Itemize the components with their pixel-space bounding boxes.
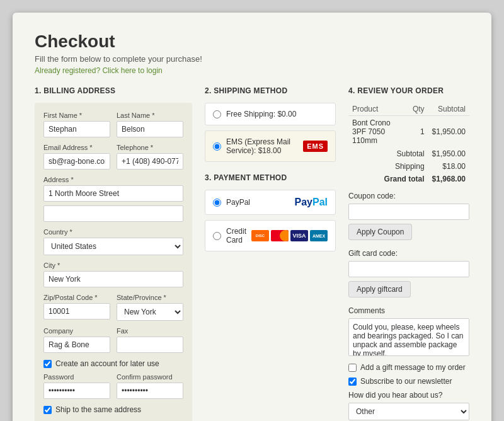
giftcard-input[interactable] [348, 261, 469, 277]
address2-input[interactable] [43, 205, 183, 222]
product-name: Bont Crono 3PF 7050 110mm [348, 116, 409, 148]
card-icons: DISC VISA AMEX [251, 230, 328, 241]
shipping-label: Shipping [348, 160, 428, 173]
confirm-password-group: Confirm password [117, 373, 183, 399]
free-shipping-option: Free Shipping: $0.00 [205, 103, 336, 125]
telephone-label: Telephone * [117, 144, 183, 151]
confirm-password-input[interactable] [117, 383, 183, 399]
product-subtotal: $1,950.00 [428, 116, 469, 148]
coupon-input[interactable] [348, 204, 469, 220]
billing-section: 1. BILLING ADDRESS First Name * Last Nam… [35, 86, 192, 421]
paypal-logo: PayPal [295, 197, 328, 208]
zip-input[interactable] [43, 303, 110, 320]
subtotal-value: $1,950.00 [428, 147, 469, 160]
ship-same-checkbox[interactable] [43, 406, 52, 414]
zip-group: Zip/Postal Code * [43, 294, 110, 321]
create-account-label: Create an account for later use [55, 359, 159, 368]
comments-textarea[interactable]: Could you, please, keep wheels and beari… [348, 318, 469, 356]
billing-box: First Name * Last Name * Email Address * [35, 103, 192, 421]
create-account-row: Create an account for later use [43, 359, 183, 368]
free-shipping-label: Free Shipping: $0.00 [226, 110, 328, 118]
password-input[interactable] [43, 383, 110, 399]
payment-section-title: 3. PAYMENT METHOD [205, 173, 336, 182]
grand-total-label: Grand total [348, 173, 428, 185]
checkout-columns: 1. BILLING ADDRESS First Name * Last Nam… [35, 86, 469, 421]
paypal-option: PayPal PayPal [205, 190, 336, 215]
paypal-radio[interactable] [213, 199, 221, 207]
telephone-input[interactable] [117, 153, 183, 170]
paypal-label: PayPal [226, 198, 290, 207]
email-group: Email Address * [43, 144, 110, 170]
how-heard-select[interactable]: Other Search Engine Friend Advertisement [348, 403, 469, 420]
col-subtotal: Subtotal [428, 103, 469, 116]
country-select[interactable]: United States [43, 238, 183, 255]
order-table: Product Qty Subtotal Bont Crono 3PF 7050… [348, 103, 469, 185]
ems-logo: EMS [303, 141, 328, 152]
create-account-checkbox[interactable] [43, 360, 52, 368]
login-link[interactable]: Already registered? Click here to login [35, 66, 469, 75]
last-name-input[interactable] [117, 121, 183, 137]
comments-label: Comments [348, 306, 469, 315]
shipping-payment-section: 2. SHIPPING METHOD Free Shipping: $0.00 … [205, 86, 336, 257]
password-group: Password [43, 373, 110, 399]
city-input[interactable] [43, 271, 183, 287]
ems-shipping-radio[interactable] [213, 142, 221, 151]
review-section-title: 4. REVIEW YOUR ORDER [348, 86, 469, 95]
gift-message-label: Add a gift message to my order [360, 363, 466, 372]
company-group: Company [43, 327, 110, 353]
page-subtitle: Fill the form below to complete your pur… [35, 54, 469, 64]
coupon-label: Coupon code: [348, 192, 469, 200]
contact-row: Email Address * Telephone * [43, 144, 183, 170]
last-name-group: Last Name * [117, 112, 183, 137]
apply-coupon-button[interactable]: Apply Coupon [348, 224, 412, 240]
col-product: Product [348, 103, 409, 116]
email-input[interactable] [43, 153, 110, 170]
ship-same-row: Ship to the same address [43, 405, 183, 414]
product-qty: 1 [409, 116, 428, 148]
gift-message-checkbox[interactable] [348, 364, 357, 372]
ems-shipping-label: EMS (Express Mail Service): $18.00 [226, 137, 298, 155]
credit-card-radio[interactable] [213, 232, 221, 240]
password-label: Password [43, 373, 110, 381]
table-row: Bont Crono 3PF 7050 110mm 1 $1,950.00 [348, 116, 469, 148]
discover-icon: DISC [251, 230, 269, 241]
mastercard-icon [271, 230, 289, 241]
free-shipping-radio[interactable] [213, 110, 221, 118]
apply-giftcard-button[interactable]: Apply giftcard [348, 281, 411, 297]
state-select[interactable]: New York [117, 303, 183, 321]
col-qty: Qty [409, 103, 428, 116]
page-title: Checkout [35, 32, 469, 52]
amex-icon: AMEX [310, 230, 328, 241]
visa-icon: VISA [290, 230, 308, 241]
how-heard-label: How did you hear about us? [348, 391, 469, 400]
country-label: Country * [43, 228, 183, 236]
newsletter-row: Subscribe to our newsletter [348, 377, 469, 386]
city-label: City * [43, 262, 183, 269]
company-input[interactable] [43, 337, 110, 353]
company-fax-row: Company Fax [43, 327, 183, 353]
credit-card-label: Credit Card [226, 227, 246, 245]
name-row: First Name * Last Name * [43, 112, 183, 137]
password-row: Password Confirm password [43, 373, 183, 399]
zip-label: Zip/Postal Code * [43, 294, 110, 301]
newsletter-label: Subscribe to our newsletter [360, 377, 452, 386]
newsletter-checkbox[interactable] [348, 378, 357, 386]
first-name-input[interactable] [43, 121, 110, 137]
confirm-password-label: Confirm password [117, 373, 183, 381]
billing-section-title: 1. BILLING ADDRESS [35, 86, 192, 95]
address-input[interactable] [43, 185, 183, 202]
fax-input[interactable] [117, 337, 183, 353]
city-group: City * [43, 262, 183, 287]
address-group: Address * [43, 176, 183, 202]
review-section: 4. REVIEW YOUR ORDER Product Qty Subtota… [348, 86, 469, 421]
payment-section: 3. PAYMENT METHOD PayPal PayPal Credit C… [205, 173, 336, 251]
ship-same-label: Ship to the same address [55, 405, 141, 414]
shipping-section-title: 2. SHIPPING METHOD [205, 86, 336, 95]
company-label: Company [43, 327, 110, 335]
grand-total-value: $1,968.00 [428, 173, 469, 185]
country-group: Country * United States [43, 228, 183, 255]
address-label: Address * [43, 176, 183, 183]
state-label: State/Province * [117, 294, 183, 301]
shipping-row: Shipping $18.00 [348, 160, 469, 173]
fax-label: Fax [117, 327, 183, 335]
